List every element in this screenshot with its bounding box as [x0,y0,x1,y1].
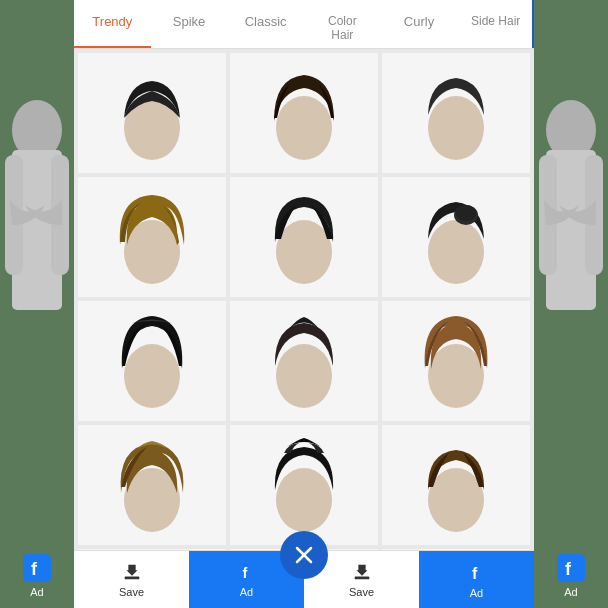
save-icon-left [121,561,143,583]
svg-point-24 [276,468,332,532]
svg-point-14 [428,96,484,160]
hair-item-11[interactable] [230,425,378,545]
svg-text:f: f [242,565,247,581]
hair-item-2[interactable] [230,53,378,173]
tab-scrollbar [532,0,534,48]
hair-grid [74,49,534,550]
facebook-icon-right: f [465,560,489,584]
hair-style-1 [107,63,197,163]
hair-style-6 [411,187,501,287]
hair-item-5[interactable] [230,177,378,297]
hair-style-8 [259,311,349,411]
close-button[interactable] [280,531,328,579]
ad-label-center: Ad [240,586,253,598]
close-icon [292,543,316,567]
hair-style-2 [259,63,349,163]
hair-item-1[interactable] [78,53,226,173]
right-panel: f Ad [534,0,608,608]
svg-point-25 [428,468,484,532]
left-ad-label: Ad [30,586,43,598]
svg-text:f: f [565,559,572,579]
svg-rect-31 [124,577,139,580]
right-fb-section: f Ad [557,554,585,598]
app-container: f Ad f Ad Trendy Spike Classic [0,0,608,608]
tab-trendy[interactable]: Trendy [74,8,151,48]
left-fb-icon[interactable]: f [23,554,51,582]
hair-item-10[interactable] [78,425,226,545]
svg-rect-10 [557,554,585,582]
right-fb-icon[interactable]: f [557,554,585,582]
hair-item-7[interactable] [78,301,226,421]
hair-style-5 [259,187,349,287]
svg-rect-34 [354,577,369,580]
svg-text:f: f [31,559,38,579]
svg-rect-4 [23,554,51,582]
svg-point-17 [428,220,484,284]
save-label-right: Save [349,586,374,598]
hair-style-7 [107,311,197,411]
facebook-button-right[interactable]: f Ad [419,551,534,608]
hair-item-12[interactable] [382,425,530,545]
ad-label-right: Ad [470,587,483,599]
left-fb-section: f Ad [23,554,51,598]
tab-navigation: Trendy Spike Classic ColorHair Curly Sid… [74,0,534,49]
svg-point-19 [456,205,476,221]
save-icon-right [351,561,373,583]
tab-curly[interactable]: Curly [381,8,458,48]
right-ad-label: Ad [564,586,577,598]
svg-point-16 [276,220,332,284]
hair-item-4[interactable] [78,177,226,297]
svg-text:f: f [472,565,478,582]
save-label-left: Save [119,586,144,598]
center-panel: Trendy Spike Classic ColorHair Curly Sid… [74,0,534,608]
svg-point-22 [428,344,484,408]
svg-point-21 [276,344,332,408]
tab-classic[interactable]: Classic [227,8,304,48]
hair-style-3 [411,63,501,163]
hair-style-10 [107,435,197,535]
save-button-left[interactable]: Save [74,551,189,608]
hair-style-11 [259,435,349,535]
hair-style-4 [107,187,197,287]
svg-point-13 [276,96,332,160]
tab-side-hair[interactable]: Side Hair [457,8,534,48]
bottom-bar: Save f Ad Save f [74,550,534,608]
hair-style-9 [411,311,501,411]
left-panel: f Ad [0,0,74,608]
left-person [0,50,74,550]
tab-spike[interactable]: Spike [151,8,228,48]
hair-item-8[interactable] [230,301,378,421]
hair-item-6[interactable] [382,177,530,297]
svg-point-20 [124,344,180,408]
hair-style-12 [411,435,501,535]
tab-color-hair[interactable]: ColorHair [304,8,381,48]
facebook-icon-left: f [236,561,258,583]
hair-item-3[interactable] [382,53,530,173]
hair-item-9[interactable] [382,301,530,421]
right-person [534,50,608,550]
